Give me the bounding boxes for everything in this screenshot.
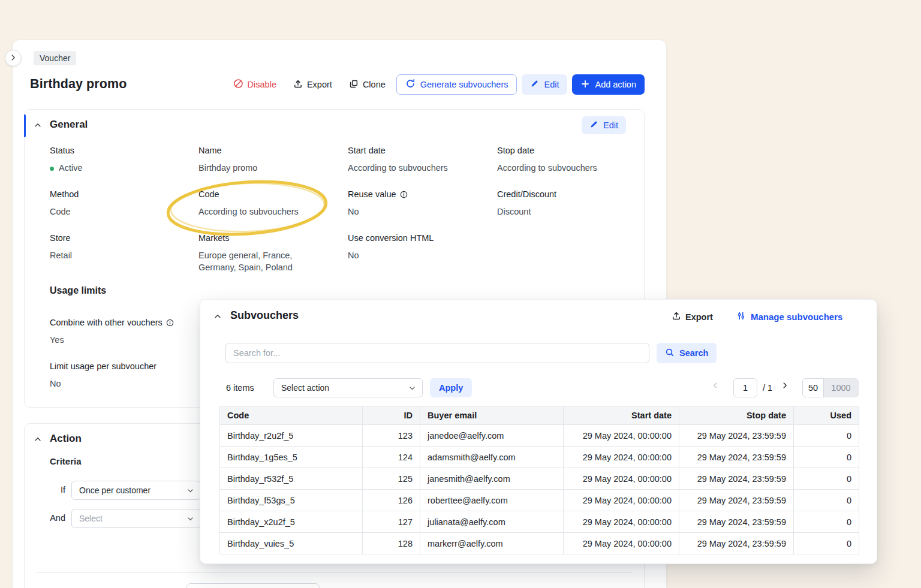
info-icon[interactable] <box>400 191 408 198</box>
cell-code: Birthday_f53gs_5 <box>220 490 363 511</box>
criteria-heading: Criteria <box>50 456 82 466</box>
manage-subvouchers-button[interactable]: Manage subvouchers <box>736 311 842 322</box>
cell-buyer-email: janesmith@aelfy.com <box>420 468 564 490</box>
items-count: 6 items <box>226 383 254 393</box>
clone-label: Clone <box>363 80 386 89</box>
cell-stop-date: 29 May 2024, 23:59:59 <box>679 468 794 490</box>
use-conversion-html-value: No <box>348 249 497 261</box>
field-credit-discount: Credit/Discount Discount <box>497 188 646 218</box>
subvouchers-table: Code ID Buyer email Start date Stop date… <box>219 406 859 554</box>
chevron-right-icon <box>9 53 17 64</box>
cell-code: Birthday_vuies_5 <box>220 533 363 554</box>
header-used: Used <box>794 406 859 425</box>
disable-button[interactable]: Disable <box>233 79 276 91</box>
export-button[interactable]: Export <box>293 79 332 91</box>
header-id: ID <box>363 406 420 425</box>
cell-used: 0 <box>794 425 859 447</box>
page-size-1000[interactable]: 1000 <box>824 378 859 397</box>
cell-stop-date: 29 May 2024, 23:59:59 <box>679 490 794 511</box>
cell-id-link[interactable]: 124 <box>363 447 420 468</box>
cell-id-link[interactable]: 126 <box>363 490 420 511</box>
cell-buyer-email: julianata@aelfy.com <box>420 511 564 533</box>
cell-used: 0 <box>794 511 859 533</box>
field-code: Code According to subvouchers <box>198 188 348 218</box>
header-start-date: Start date <box>564 406 679 425</box>
cell-used: 0 <box>794 447 859 468</box>
store-label: Store <box>50 232 198 244</box>
pagination-next-icon[interactable] <box>781 381 789 391</box>
status-label: Status <box>50 144 198 156</box>
cell-stop-date: 29 May 2024, 23:59:59 <box>679 447 794 468</box>
add-action-button[interactable]: Add action <box>572 74 645 95</box>
field-stop-date: Stop date According to subvouchers <box>497 144 646 174</box>
field-use-conversion-html: Use conversion HTML No <box>348 232 497 273</box>
active-status-dot <box>50 167 54 171</box>
markets-label: Markets <box>198 232 348 244</box>
start-date-value: According to subvouchers <box>348 162 497 174</box>
general-edit-button[interactable]: Edit <box>582 116 626 134</box>
cell-stop-date: 29 May 2024, 23:59:59 <box>679 511 794 533</box>
search-icon <box>665 348 675 359</box>
and-condition-value: Select <box>79 514 103 523</box>
usage-limits-title: Usage limits <box>50 285 646 296</box>
apply-button[interactable]: Apply <box>430 378 472 397</box>
if-condition-select[interactable]: Once per customer <box>71 481 201 500</box>
cell-start-date: 29 May 2024, 00:00:00 <box>564 447 679 468</box>
action-collapse-chevron-icon[interactable] <box>34 435 42 445</box>
cell-buyer-email: janedoe@aelfy.com <box>420 425 564 447</box>
general-collapse-chevron-icon[interactable] <box>34 121 42 131</box>
pagination-prev-icon[interactable] <box>711 381 720 391</box>
method-value: Code <box>50 206 198 218</box>
table-row: Birthday_vuies_5 128 markerr@aelfy.com 2… <box>220 533 859 554</box>
field-name: Name Birthday promo <box>198 144 348 174</box>
cell-start-date: 29 May 2024, 00:00:00 <box>564 490 679 511</box>
page-size-50[interactable]: 50 <box>802 378 824 397</box>
field-start-date: Start date According to subvouchers <box>348 144 497 174</box>
subvouchers-export-button[interactable]: Export <box>672 311 713 322</box>
header-stop-date: Stop date <box>679 406 794 425</box>
table-row: Birthday_1g5es_5 124 adamsmith@aelfy.com… <box>220 447 859 468</box>
cell-id-link[interactable]: 125 <box>363 468 420 490</box>
action-config-select[interactable] <box>186 583 320 588</box>
search-input[interactable] <box>225 343 649 363</box>
cell-stop-date: 29 May 2024, 23:59:59 <box>679 533 794 554</box>
cell-stop-date: 29 May 2024, 23:59:59 <box>679 425 794 447</box>
action-section-title: Action <box>50 433 82 445</box>
breadcrumb: Voucher <box>34 51 76 65</box>
expand-panel-button[interactable] <box>5 50 22 67</box>
cell-id-link[interactable]: 123 <box>363 425 420 447</box>
general-edit-label: Edit <box>603 120 618 130</box>
cell-start-date: 29 May 2024, 00:00:00 <box>564 533 679 554</box>
info-icon[interactable] <box>166 319 174 327</box>
chevron-down-icon <box>186 515 194 523</box>
start-date-label: Start date <box>348 144 497 156</box>
plus-icon <box>580 79 590 91</box>
section-accent-bar <box>24 114 26 137</box>
edit-voucher-button[interactable]: Edit <box>522 74 567 95</box>
chevron-down-icon <box>186 487 194 494</box>
and-condition-select[interactable]: Select <box>71 509 201 528</box>
subvouchers-table-body: Birthday_r2u2f_5 123 janedoe@aelfy.com 2… <box>220 425 859 554</box>
bulk-action-select[interactable]: Select action <box>273 378 423 397</box>
if-label: If <box>37 485 65 494</box>
if-condition-value: Once per customer <box>79 486 151 495</box>
clone-button[interactable]: Clone <box>349 79 386 91</box>
cell-id-link[interactable]: 128 <box>363 533 420 554</box>
field-store: Store Retail <box>50 232 198 273</box>
stop-date-label: Stop date <box>497 144 646 156</box>
and-label: And <box>37 513 65 523</box>
pencil-icon <box>589 120 598 131</box>
status-value: Active <box>50 162 198 174</box>
cell-id-link[interactable]: 127 <box>363 511 420 533</box>
reuse-value-value: No <box>348 206 497 218</box>
search-button[interactable]: Search <box>657 343 717 363</box>
generate-subvouchers-button[interactable]: Generate subvouchers <box>396 74 517 95</box>
pencil-icon <box>530 79 539 90</box>
export-icon <box>672 311 681 322</box>
subvouchers-collapse-chevron-icon[interactable] <box>213 312 222 322</box>
page-number-input[interactable] <box>733 378 757 397</box>
cell-used: 0 <box>794 490 859 511</box>
cell-used: 0 <box>794 533 859 554</box>
credit-discount-label: Credit/Discount <box>497 188 646 200</box>
search-button-label: Search <box>679 348 708 358</box>
